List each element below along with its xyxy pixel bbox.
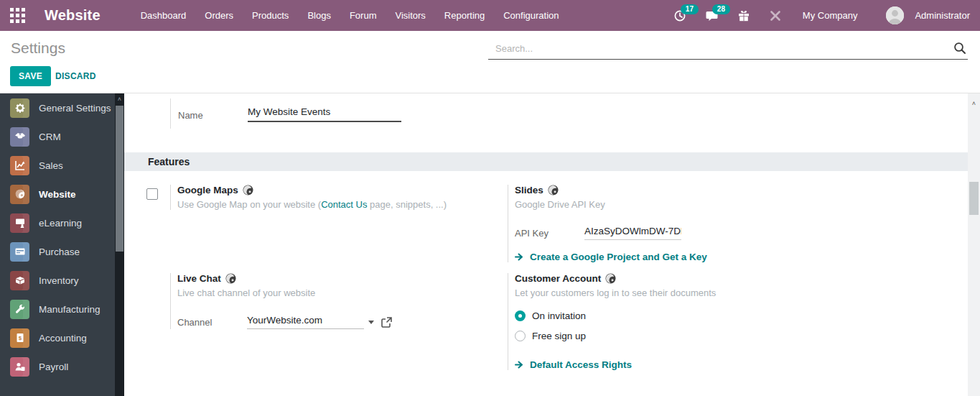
slides-subtitle: Google Drive API Key — [515, 199, 852, 210]
channel-field-row: Channel YourWebsite.com — [177, 315, 479, 329]
sidebar-item-label: CRM — [39, 132, 61, 142]
user-avatar[interactable] — [886, 6, 904, 24]
description-text: Use Google Map on your website ( — [177, 199, 321, 210]
main-scroll-thumb[interactable] — [969, 182, 979, 215]
settings-content: Name Features Google Maps Use Google Map… — [124, 93, 980, 396]
channel-select[interactable]: YourWebsite.com — [247, 315, 364, 329]
sidebar-item-inventory[interactable]: Inventory — [0, 266, 124, 295]
customer-account-title: Customer Account — [515, 273, 601, 284]
nav-item-products[interactable]: Products — [252, 10, 289, 21]
nav-item-orders[interactable]: Orders — [205, 10, 233, 21]
sidebar-item-payroll[interactable]: Payroll — [0, 352, 124, 381]
invoice-icon: $ — [10, 328, 29, 348]
nav-item-configuration[interactable]: Configuration — [503, 10, 559, 21]
save-button[interactable]: SAVE — [10, 66, 51, 86]
sidebar-item-purchase[interactable]: Purchase — [0, 237, 124, 266]
gift-icon[interactable] — [735, 7, 752, 24]
sidebar-item-elearning[interactable]: eLearning — [0, 208, 124, 237]
nav-item-forum[interactable]: Forum — [350, 10, 377, 21]
api-key-input[interactable] — [584, 226, 681, 240]
credit-card-icon — [10, 242, 29, 262]
sidebar-item-label: Payroll — [39, 362, 68, 372]
main-scrollbar[interactable]: ˄ — [968, 93, 980, 396]
sidebar-item-accounting[interactable]: $ Accounting — [0, 323, 124, 352]
sidebar-item-sales[interactable]: Sales — [0, 151, 124, 180]
radio-label: On invitation — [532, 310, 586, 321]
slides-title: Slides — [515, 185, 543, 195]
scroll-up-arrow[interactable]: ˄ — [116, 96, 123, 103]
systray: 17 28 My Company — [672, 6, 980, 24]
search-input[interactable] — [495, 40, 946, 57]
sales-chart-icon — [10, 156, 29, 175]
google-maps-checkbox[interactable] — [146, 188, 158, 200]
google-maps-description: Use Google Map on your website (Contact … — [177, 199, 479, 210]
sidebar-item-label: Accounting — [39, 333, 87, 344]
contact-us-link[interactable]: Contact Us — [321, 199, 367, 210]
scroll-up-arrow[interactable]: ˄ — [970, 100, 978, 108]
sidebar-scrollbar[interactable]: ˄ — [115, 93, 124, 396]
app-title[interactable]: Website — [45, 7, 101, 24]
slides-setting: Slides Google Drive API Key API Key Crea… — [508, 185, 852, 262]
sidebar-item-label: Website — [39, 189, 76, 200]
documentation-globe-icon[interactable] — [605, 273, 616, 284]
live-chat-title: Live Chat — [177, 273, 221, 284]
default-access-rights-link[interactable]: Default Access Rights — [515, 359, 852, 370]
nav-item-reporting[interactable]: Reporting — [444, 10, 485, 21]
apps-grid-icon[interactable] — [10, 8, 25, 23]
api-key-label: API Key — [515, 228, 584, 239]
radio-unselected-icon[interactable] — [515, 331, 526, 341]
live-chat-setting: Live Chat Live chat channel of your webs… — [170, 273, 479, 329]
sidebar-scroll-thumb[interactable] — [116, 106, 123, 252]
create-google-project-link[interactable]: Create a Google Project and Get a Key — [515, 252, 852, 262]
customer-account-title-row: Customer Account — [515, 273, 852, 284]
documentation-globe-icon[interactable] — [548, 185, 559, 195]
developer-tools-icon[interactable] — [767, 7, 784, 24]
sidebar-item-label: Sales — [39, 160, 63, 171]
radio-selected-icon[interactable] — [515, 310, 526, 321]
nav-item-dashboard[interactable]: Dashboard — [141, 10, 187, 21]
search-icon[interactable] — [953, 42, 966, 55]
api-key-field-row: API Key — [515, 226, 852, 240]
presentation-icon — [10, 213, 29, 233]
radio-option-free-sign-up[interactable]: Free sign up — [515, 331, 852, 341]
documentation-globe-icon[interactable] — [243, 185, 253, 195]
google-maps-title-row: Google Maps — [177, 185, 479, 195]
nav-item-visitors[interactable]: Visitors — [395, 10, 425, 21]
link-label: Default Access Rights — [530, 359, 632, 370]
customer-account-setting: Customer Account Let your customers log … — [508, 273, 852, 370]
sidebar-item-label: Inventory — [39, 275, 79, 286]
settings-sidebar: General Settings CRM Sales Website eLear… — [0, 93, 124, 396]
sidebar-item-label: Manufacturing — [39, 304, 101, 315]
sidebar-item-general-settings[interactable]: General Settings — [0, 93, 124, 122]
documentation-globe-icon[interactable] — [225, 273, 236, 284]
customer-account-subtitle: Let your customers log in to see their d… — [515, 287, 852, 298]
payroll-icon — [10, 357, 29, 377]
user-menu[interactable]: Administrator — [915, 10, 970, 21]
activities-icon[interactable]: 17 — [672, 7, 689, 24]
sidebar-item-manufacturing[interactable]: Manufacturing — [0, 295, 124, 323]
sidebar-item-website[interactable]: Website — [0, 180, 124, 208]
radio-label: Free sign up — [532, 331, 586, 341]
discard-button[interactable]: DISCARD — [51, 66, 101, 86]
message-count-badge: 28 — [712, 4, 730, 14]
chevron-down-icon[interactable] — [368, 321, 374, 324]
sidebar-item-label: eLearning — [39, 218, 82, 229]
features-section-header: Features — [124, 152, 968, 171]
arrow-right-icon — [515, 360, 524, 369]
radio-option-on-invitation[interactable]: On invitation — [515, 310, 852, 321]
globe-icon — [10, 185, 29, 204]
handshake-icon — [10, 127, 29, 147]
messages-icon[interactable]: 28 — [704, 7, 721, 24]
company-switcher[interactable]: My Company — [803, 10, 858, 21]
description-text: page, snippets, ...) — [367, 199, 447, 210]
nav-item-blogs[interactable]: Blogs — [307, 10, 331, 21]
gear-icon — [10, 98, 29, 118]
sidebar-item-crm[interactable]: CRM — [0, 122, 124, 151]
name-label: Name — [178, 110, 203, 121]
live-chat-subtitle: Live chat channel of your website — [177, 287, 479, 298]
main-menu: Dashboard Orders Products Blogs Forum Vi… — [141, 10, 559, 21]
sidebar-item-label: General Settings — [39, 103, 111, 114]
name-input[interactable] — [248, 106, 401, 122]
slides-title-row: Slides — [515, 185, 852, 195]
external-link-icon[interactable] — [381, 317, 392, 328]
